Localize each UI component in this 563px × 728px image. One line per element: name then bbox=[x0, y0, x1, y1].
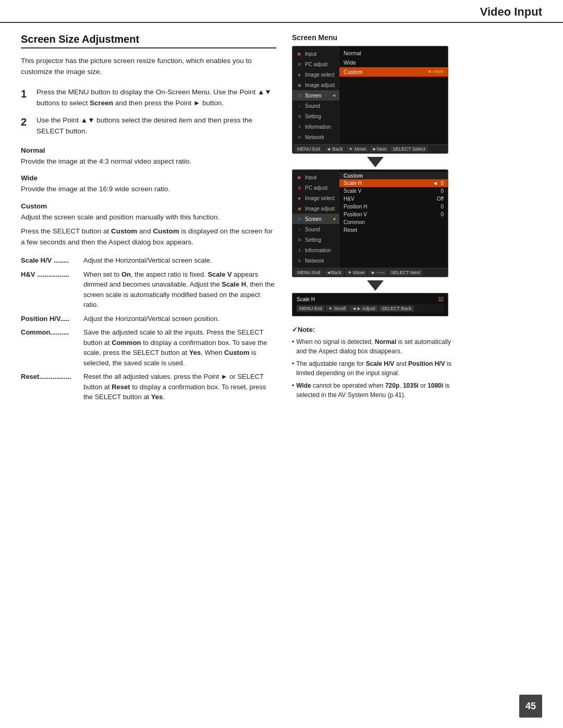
ui2-status-exit: MENU Exit bbox=[295, 269, 323, 276]
custom-text1: Adjust the screen scale and position man… bbox=[21, 212, 276, 223]
note-1-bullet: • bbox=[292, 337, 294, 356]
pcadjust-icon: ⊞ bbox=[296, 60, 303, 68]
ui2-hv[interactable]: H&VOff bbox=[339, 195, 448, 203]
input-icon: ▣ bbox=[296, 50, 303, 57]
ui2-scale-v[interactable]: Scale V0 bbox=[339, 187, 448, 195]
ui2-sound-icon: ♪ bbox=[296, 226, 303, 233]
ui2-sidebar-menu: ▣Input ⊞PC adjust ◈Image select ◉Image a… bbox=[292, 170, 339, 268]
ui2-screen-arrow: ◄ bbox=[332, 216, 336, 221]
scale-h-label: Scale H bbox=[297, 297, 315, 302]
screen-menu-title: Screen Menu bbox=[292, 33, 459, 42]
network-icon: ⊕ bbox=[296, 133, 303, 141]
sidebar-imageadjust: ◉Image adjust bbox=[292, 80, 339, 90]
note-2-bullet: • bbox=[292, 359, 294, 378]
def-desc-reset: Reset the all adjusted values. press the… bbox=[83, 372, 276, 402]
subsection-normal: Normal Provide the image at the 4:3 norm… bbox=[21, 146, 276, 167]
intro-text: This projector has the picture screen re… bbox=[21, 56, 276, 78]
note-section: ✓Note: • When no signal is detected, Nor… bbox=[292, 325, 459, 400]
def-desc-common: Save the adjusted scale to all the input… bbox=[83, 327, 276, 368]
section-title: Screen Size Adjustment bbox=[21, 33, 276, 48]
ui2-sidebar-information: ℹInformation bbox=[292, 245, 339, 255]
ui2-position-h[interactable]: Position H0 bbox=[339, 203, 448, 211]
step-2-text: Use the Point ▲▼ buttons select the desi… bbox=[36, 115, 276, 137]
arrow-shape-2 bbox=[367, 280, 384, 291]
main-content: Screen Size Adjustment This projector ha… bbox=[0, 23, 563, 416]
scale-h-row: Scale H 32 bbox=[297, 297, 444, 302]
note-3: • Wide cannot be operated when 720p, 103… bbox=[292, 381, 459, 400]
arrow-shape-1 bbox=[367, 157, 384, 167]
note-3-text: Wide cannot be operated when 720p, 1035i… bbox=[296, 381, 459, 400]
ui2-sidebar-screen[interactable]: ⊡Screen◄ bbox=[292, 214, 339, 224]
def-term-common: Common.......... bbox=[21, 327, 83, 368]
custom-text2: Press the SELECT button at Custom and Cu… bbox=[21, 226, 276, 248]
ui2-sidebar-pcadjust: ⊞PC adjust bbox=[292, 182, 339, 193]
ui2-position-v[interactable]: Position V0 bbox=[339, 211, 448, 218]
ui2-sidebar-sound: ♪Sound bbox=[292, 224, 339, 235]
status-select: SELECT Select bbox=[390, 146, 427, 152]
arrow-down-2 bbox=[292, 280, 459, 291]
steps-list: 1 Press the MENU button to display the O… bbox=[21, 87, 276, 137]
subsection-custom: Custom Adjust the screen scale and posit… bbox=[21, 202, 276, 248]
ui3-status-scroll: ✦ Scroll bbox=[326, 305, 348, 312]
sidebar-screen[interactable]: ⊡Screen◄ bbox=[292, 90, 339, 101]
status-next: ►Next bbox=[370, 146, 389, 152]
ui3-status-exit: MENU Exit bbox=[297, 305, 325, 312]
ui2-status-move: ✦ Move bbox=[345, 269, 368, 276]
ui2-main-panel: Custom Scale H◄ 0 Scale V0 H&VOff Positi… bbox=[339, 170, 448, 268]
ui2-scale-h[interactable]: Scale H◄ 0 bbox=[339, 179, 448, 187]
screen-arrow: ◄ bbox=[332, 93, 336, 98]
sidebar-imageselect: ◈Image select bbox=[292, 69, 339, 80]
arrow-down-1 bbox=[292, 157, 459, 167]
more-indicator: ◄ more bbox=[427, 69, 444, 75]
ui2-common[interactable]: Common bbox=[339, 218, 448, 226]
ui2-screen-icon: ⊡ bbox=[296, 215, 303, 223]
ui-mockup-3: Scale H 32 MENU Exit ✦ Scroll ◄► Adjust … bbox=[292, 293, 448, 316]
screen-icon: ⊡ bbox=[296, 92, 303, 99]
def-common: Common.......... Save the adjusted scale… bbox=[21, 327, 276, 368]
note-title: ✓Note: bbox=[292, 325, 459, 335]
note-1-text: When no signal is detected, Normal is se… bbox=[296, 337, 459, 356]
ui3-statusbar: MENU Exit ✦ Scroll ◄► Adjust SELECT Back bbox=[297, 304, 444, 313]
note-3-bullet: • bbox=[292, 381, 294, 400]
ui2-status-select: SELECT Next bbox=[388, 269, 423, 276]
setting-icon: ⚙ bbox=[296, 113, 303, 120]
ui2-sidebar-setting: ⚙Setting bbox=[292, 235, 339, 245]
wide-text: Provide the image at the 16:9 wide scree… bbox=[21, 184, 276, 195]
def-term-reset: Reset................. bbox=[21, 372, 83, 402]
step-2-number: 2 bbox=[21, 115, 30, 129]
ui2-pcadjust-icon: ⊞ bbox=[296, 184, 303, 191]
normal-text: Provide the image at the 4:3 normal vide… bbox=[21, 156, 276, 167]
scale-h-value: 32 bbox=[438, 297, 444, 302]
ui2-sidebar-imageadjust: ◉Image adjust bbox=[292, 203, 339, 214]
sidebar-setting: ⚙Setting bbox=[292, 111, 339, 121]
step-1-number: 1 bbox=[21, 87, 30, 101]
def-position-hv: Position H/V..... Adjust the Horizontal/… bbox=[21, 314, 276, 324]
def-desc-position-hv: Adjust the Horizontal/Vertical screen po… bbox=[83, 314, 276, 324]
note-2-text: The adjustable range for Scale H/V and P… bbox=[296, 359, 459, 378]
ui2-sidebar: ▣Input ⊞PC adjust ◈Image select ◉Image a… bbox=[292, 170, 448, 268]
sound-icon: ♪ bbox=[296, 102, 303, 109]
status-exit: MENU Exit bbox=[295, 146, 323, 152]
def-desc-hv: When set to On, the aspect ratio is fixe… bbox=[83, 269, 276, 310]
ui2-reset[interactable]: Reset bbox=[339, 226, 448, 234]
def-scale-hv: Scale H/V ........ Adjust the Horizontal… bbox=[21, 255, 276, 266]
ui3-status-adjust: ◄► Adjust bbox=[349, 305, 378, 312]
def-term-position-hv: Position H/V..... bbox=[21, 314, 83, 324]
def-term-scale-hv: Scale H/V ........ bbox=[21, 255, 83, 266]
ui-mockup-1: ▣Input ⊞PC adjust ◈Image select ◉Image a… bbox=[292, 46, 448, 154]
status-move: ✦ Move bbox=[346, 146, 369, 152]
def-term-hv: H&V ................. bbox=[21, 269, 83, 310]
menu-wide[interactable]: Wide bbox=[339, 58, 448, 67]
ui1-sidebar: ▣Input ⊞PC adjust ◈Image select ◉Image a… bbox=[292, 46, 448, 144]
menu-custom[interactable]: Custom◄ more bbox=[339, 67, 448, 77]
ui2-header-custom: Custom bbox=[339, 172, 448, 179]
ui2-status-next: ► ----- bbox=[368, 269, 387, 276]
page-header: Video Input bbox=[0, 0, 563, 23]
menu-normal[interactable]: Normal bbox=[339, 48, 448, 58]
def-reset: Reset................. Reset the all adj… bbox=[21, 372, 276, 402]
ui1-sidebar-menu: ▣Input ⊞PC adjust ◈Image select ◉Image a… bbox=[292, 46, 339, 144]
right-column: Screen Menu ▣Input ⊞PC adjust ◈Image sel… bbox=[292, 33, 459, 406]
custom-title: Custom bbox=[21, 202, 276, 210]
sidebar-information: ℹInformation bbox=[292, 121, 339, 132]
definition-list: Scale H/V ........ Adjust the Horizontal… bbox=[21, 255, 276, 402]
